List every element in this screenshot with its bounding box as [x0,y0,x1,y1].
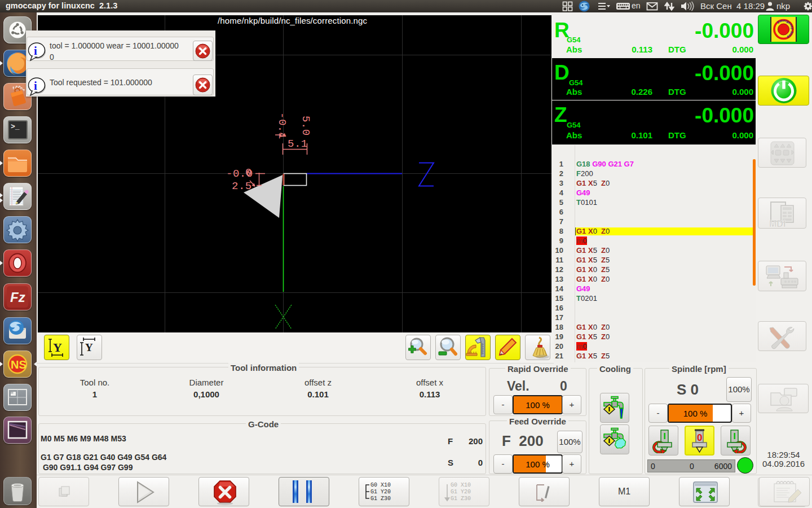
svg-text:0: 0 [697,432,702,443]
svg-text:5.0: 5.0 [299,116,312,136]
svg-text:i: i [34,44,37,58]
svg-text:0: 0 [245,167,252,179]
svg-text:5.1: 5.1 [288,138,308,150]
svg-text:Fz: Fz [10,290,25,305]
svg-text:NS: NS [11,358,27,371]
svg-text:Y: Y [85,341,93,353]
svg-text:2.5: 2.5 [232,180,252,192]
svg-text:i: i [34,79,37,93]
svg-text:MDI: MDI [769,219,785,228]
svg-text:Y: Y [53,340,62,354]
